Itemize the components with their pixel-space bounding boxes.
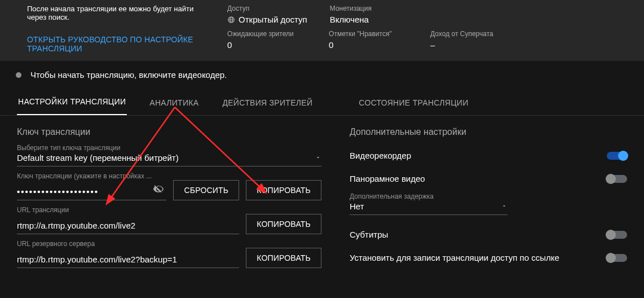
search-hint: После начала трансляции ее можно будет н… <box>27 5 211 21</box>
panoramic-toggle[interactable] <box>607 175 627 183</box>
subtitles-label: Субтитры <box>350 230 388 239</box>
backup-url-label: URL резервного сервера <box>17 240 321 248</box>
superchat-label: Доход от Суперчата <box>430 30 509 38</box>
globe-icon <box>227 16 235 24</box>
chevron-down-icon <box>501 202 508 211</box>
additional-settings-title: Дополнительные настройки <box>350 127 627 137</box>
access-label: Доступ <box>227 5 307 12</box>
monetization-label: Монетизация <box>330 5 409 12</box>
tab-analytics[interactable]: АНАЛИТИКА <box>148 90 200 115</box>
stream-url-label: URL трансляции <box>17 206 321 214</box>
key-type-label: Выберите тип ключа трансляции <box>17 144 321 152</box>
stream-url-input[interactable]: rtmp://a.rtmp.youtube.com/live2 <box>17 221 135 230</box>
open-guide-link[interactable]: ОТКРЫТЬ РУКОВОДСТВО ПО НАСТРОЙКЕ ТРАНСЛЯ… <box>27 35 211 53</box>
key-type-select[interactable]: Default stream key (переменный битрейт) <box>17 152 321 166</box>
status-dot-icon <box>16 72 21 78</box>
dvr-label: Видеорекордер <box>350 151 411 160</box>
visibility-off-icon[interactable] <box>153 183 164 196</box>
superchat-value: – <box>430 40 509 50</box>
copy-key-button[interactable]: КОПИРОВАТЬ <box>246 180 321 200</box>
tab-viewer-actions[interactable]: ДЕЙСТВИЯ ЗРИТЕЛЕЙ <box>221 90 314 115</box>
latency-select[interactable]: Нет <box>350 200 508 215</box>
panoramic-label: Панорамное видео <box>350 174 425 183</box>
reset-key-button[interactable]: СБРОСИТЬ <box>173 180 239 200</box>
encoder-status-text: Чтобы начать трансляцию, включите видеок… <box>30 70 227 80</box>
waiting-viewers-label: Ожидающие зрители <box>227 30 306 38</box>
tab-stream-settings[interactable]: НАСТРОЙКИ ТРАНСЛЯЦИИ <box>17 89 127 115</box>
likes-value: 0 <box>329 40 408 50</box>
waiting-viewers-value: 0 <box>227 40 306 50</box>
key-type-value: Default stream key (переменный битрейт) <box>17 153 315 163</box>
dvr-toggle[interactable] <box>607 152 627 160</box>
stream-key-section-title: Ключ трансляции <box>17 127 321 137</box>
monetization-value: Включена <box>330 15 409 24</box>
access-value: Открытый доступ <box>239 15 307 24</box>
likes-label: Отметки "Нравится" <box>329 30 408 38</box>
stream-key-label: Ключ трансляции (укажите в настройках ..… <box>17 172 321 180</box>
chevron-down-icon <box>315 154 321 163</box>
unlisted-recording-label: Установить для записи трансляции доступ … <box>350 253 559 262</box>
backup-url-input[interactable]: rtmp://b.rtmp.youtube.com/live2?backup=1 <box>17 255 177 264</box>
copy-url-button[interactable]: КОПИРОВАТЬ <box>246 214 321 234</box>
encoder-status-row: Чтобы начать трансляцию, включите видеок… <box>0 61 644 89</box>
latency-caption: Дополнительная задержка <box>350 192 627 200</box>
unlisted-recording-toggle[interactable] <box>607 254 627 262</box>
subtitles-toggle[interactable] <box>607 231 627 239</box>
copy-backup-button[interactable]: КОПИРОВАТЬ <box>246 248 321 268</box>
tab-stream-status[interactable]: СОСТОЯНИЕ ТРАНСЛЯЦИИ <box>358 90 469 115</box>
latency-value: Нет <box>350 201 501 211</box>
stream-key-input[interactable]: •••••••••••••••••••• <box>17 187 99 196</box>
